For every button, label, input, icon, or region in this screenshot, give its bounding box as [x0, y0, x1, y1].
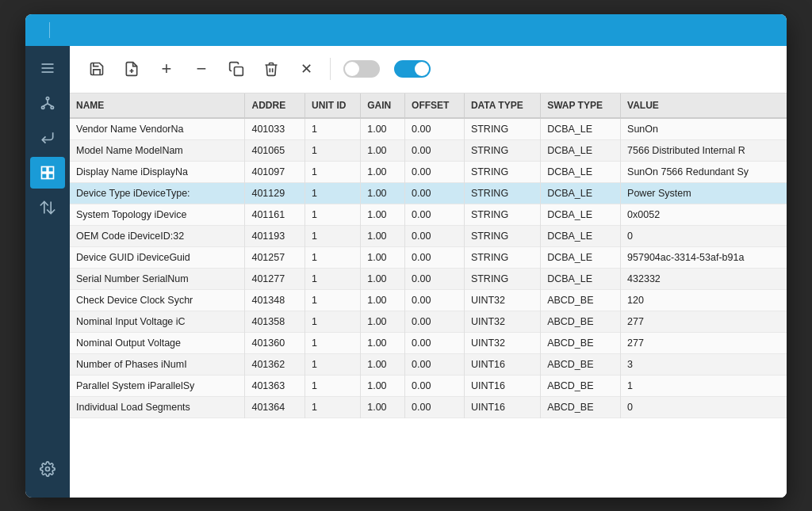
cell-swap-type: DCBA_LE: [541, 225, 621, 246]
cell-data-type: UINT32: [464, 332, 540, 353]
data-table-container[interactable]: NAME ADDRE UNIT ID GAIN OFFSET DATA TYPE…: [70, 93, 787, 498]
back-button[interactable]: [35, 27, 41, 33]
sidebar-item-send[interactable]: [30, 122, 65, 154]
cell-swap-type: ABCD_BE: [541, 375, 621, 396]
cell-unit-id: 1: [305, 396, 361, 418]
cell-gain: 1.00: [361, 161, 405, 182]
cell-name: Nominal Input Voltage iC: [70, 311, 245, 332]
cell-swap-type: DCBA_LE: [541, 118, 621, 140]
data-table: NAME ADDRE UNIT ID GAIN OFFSET DATA TYPE…: [70, 93, 787, 418]
title-bar: [25, 14, 787, 46]
copy-button[interactable]: [222, 55, 251, 83]
cell-unit-id: 1: [305, 182, 361, 204]
svg-point-3: [46, 97, 48, 99]
add-toggle[interactable]: [343, 60, 380, 78]
cell-data-type: UINT16: [464, 396, 540, 418]
table-row[interactable]: Nominal Output Voltage40136011.000.00UIN…: [70, 332, 787, 353]
maximize-button[interactable]: [747, 29, 756, 32]
table-row[interactable]: Device Type iDeviceType:40112911.000.00S…: [70, 182, 787, 204]
table-row[interactable]: OEM Code iDeviceID:3240119311.000.00STRI…: [70, 225, 787, 246]
cell-swap-type: DCBA_LE: [541, 139, 621, 161]
cell-offset: 0.00: [405, 139, 465, 161]
cancel-button[interactable]: ✕: [292, 55, 320, 83]
sidebar-item-menu[interactable]: [30, 52, 65, 84]
table-body: Vendor Name VendorNa40103311.000.00STRIN…: [70, 118, 787, 418]
cell-address: 401360: [245, 332, 305, 353]
cell-offset: 0.00: [405, 375, 465, 396]
cell-name: Device GUID iDeviceGuid: [70, 246, 245, 268]
save-button[interactable]: [82, 55, 111, 83]
cell-data-type: STRING: [464, 161, 540, 182]
table-row[interactable]: Model Name ModelNam40106511.000.00STRING…: [70, 139, 787, 161]
table-row[interactable]: Parallel System iParallelSy40136311.000.…: [70, 375, 787, 396]
cell-gain: 1.00: [361, 375, 405, 396]
sidebar-item-grid[interactable]: [30, 157, 65, 189]
cell-address: 401129: [245, 182, 305, 204]
cell-data-type: STRING: [464, 204, 540, 225]
cell-swap-type: DCBA_LE: [541, 268, 621, 289]
cell-gain: 1.00: [361, 311, 405, 332]
main-content: + − ✕: [25, 46, 787, 498]
table-row[interactable]: System Topology iDevice40116111.000.00ST…: [70, 204, 787, 225]
table-row[interactable]: Check Device Clock Sychr40134811.000.00U…: [70, 289, 787, 311]
cell-swap-type: ABCD_BE: [541, 289, 621, 311]
cell-name: Number of Phases iNumI: [70, 353, 245, 375]
close-button[interactable]: [768, 29, 777, 32]
cell-swap-type: DCBA_LE: [541, 246, 621, 268]
cell-address: 401161: [245, 204, 305, 225]
minimize-button[interactable]: [726, 29, 736, 32]
sidebar-item-settings[interactable]: [30, 453, 65, 485]
svg-rect-9: [42, 166, 48, 172]
table-row[interactable]: Number of Phases iNumI40136211.000.00UIN…: [70, 353, 787, 375]
cell-address: 401097: [245, 161, 305, 182]
cell-address: 401363: [245, 375, 305, 396]
cell-swap-type: DCBA_LE: [541, 204, 621, 225]
title-divider: [49, 22, 50, 38]
col-header-name[interactable]: NAME: [70, 93, 245, 118]
auto-update-toggle-container[interactable]: [394, 60, 435, 78]
col-header-offset[interactable]: OFFSET: [405, 93, 465, 118]
col-header-value[interactable]: VALUE: [621, 93, 787, 118]
cell-offset: 0.00: [405, 396, 465, 418]
table-row[interactable]: Display Name iDisplayNa40109711.000.00ST…: [70, 161, 787, 182]
remove-button[interactable]: −: [187, 55, 216, 83]
sidebar-item-transfer[interactable]: [30, 192, 65, 223]
cell-data-type: UINT32: [464, 289, 540, 311]
cell-value: SunOn 7566 Redundant Sy: [621, 161, 787, 182]
cell-value: 277: [621, 332, 787, 353]
delete-button[interactable]: [257, 55, 285, 83]
table-row[interactable]: Vendor Name VendorNa40103311.000.00STRIN…: [70, 118, 787, 140]
table-row[interactable]: Serial Number SerialNum40127711.000.00ST…: [70, 268, 787, 289]
cell-value: 120: [621, 289, 787, 311]
table-row[interactable]: Device GUID iDeviceGuid40125711.000.00ST…: [70, 246, 787, 268]
sidebar-item-network[interactable]: [30, 87, 65, 119]
cell-gain: 1.00: [361, 289, 405, 311]
add-toggle-thumb: [345, 62, 359, 76]
auto-update-toggle[interactable]: [394, 60, 431, 78]
add-button[interactable]: +: [152, 55, 181, 83]
svg-rect-18: [235, 67, 243, 76]
cell-unit-id: 1: [305, 118, 361, 140]
auto-update-toggle-thumb: [415, 62, 429, 76]
cell-unit-id: 1: [305, 139, 361, 161]
cell-name: Individual Load Segments: [70, 396, 245, 418]
col-header-data-type[interactable]: DATA TYPE: [464, 93, 540, 118]
table-row[interactable]: Individual Load Segments40136411.000.00U…: [70, 396, 787, 418]
col-header-unit-id[interactable]: UNIT ID: [305, 93, 361, 118]
cell-offset: 0.00: [405, 204, 465, 225]
cell-offset: 0.00: [405, 353, 465, 375]
table-row[interactable]: Nominal Input Voltage iC40135811.000.00U…: [70, 311, 787, 332]
col-header-swap-type[interactable]: SWAP TYPE: [541, 93, 621, 118]
cell-address: 401065: [245, 139, 305, 161]
col-header-address[interactable]: ADDRE: [245, 93, 305, 118]
cell-name: Parallel System iParallelSy: [70, 375, 245, 396]
svg-line-8: [48, 103, 52, 105]
new-button[interactable]: [117, 55, 146, 83]
svg-point-4: [42, 106, 44, 109]
content-area: + − ✕: [70, 46, 787, 498]
cell-unit-id: 1: [305, 246, 361, 268]
svg-point-15: [46, 467, 50, 471]
col-header-gain[interactable]: GAIN: [361, 93, 405, 118]
cell-swap-type: ABCD_BE: [541, 332, 621, 353]
add-toggle-container[interactable]: [343, 60, 385, 78]
